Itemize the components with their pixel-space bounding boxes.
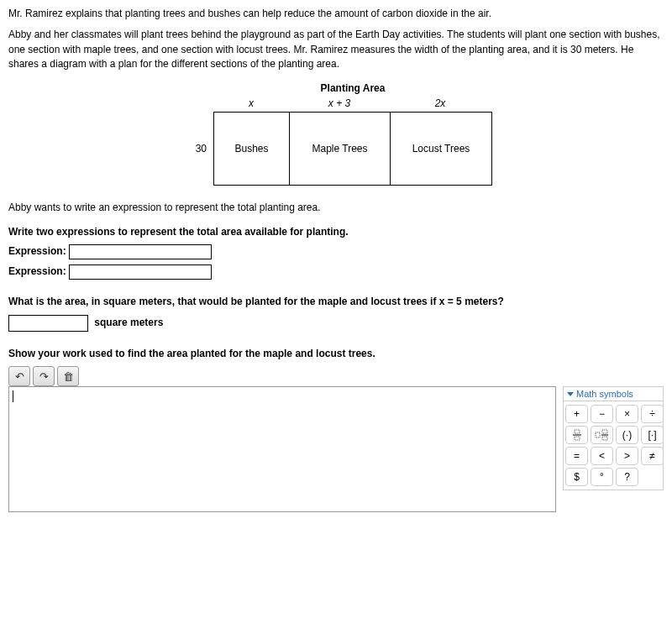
- svg-rect-3: [596, 432, 600, 437]
- sym-empty: [641, 468, 664, 486]
- sym-dollar[interactable]: $: [565, 468, 588, 486]
- q3-prompt: Show your work used to find the area pla…: [8, 347, 664, 361]
- sym-parens[interactable]: (·): [616, 426, 638, 444]
- col-label-1: x: [213, 97, 289, 112]
- undo-icon: ↶: [15, 370, 24, 383]
- svg-rect-4: [602, 430, 607, 433]
- palette-header[interactable]: Math symbols: [563, 386, 664, 401]
- sym-minus[interactable]: −: [591, 405, 613, 423]
- sym-mixed-fraction[interactable]: [591, 426, 613, 444]
- svg-rect-6: [602, 437, 607, 440]
- sym-question[interactable]: ?: [616, 468, 638, 486]
- sym-brackets[interactable]: [·]: [641, 426, 664, 444]
- sym-times[interactable]: ×: [616, 405, 638, 423]
- sym-fraction[interactable]: [565, 426, 588, 444]
- editor-toolbar: ↶ ↷ 🗑: [8, 366, 664, 386]
- sym-neq[interactable]: ≠: [641, 447, 664, 465]
- svg-rect-2: [575, 437, 580, 440]
- sym-degree[interactable]: °: [591, 468, 613, 486]
- intro-para-2: Abby and her classmates will plant trees…: [8, 28, 664, 71]
- undo-button[interactable]: ↶: [8, 366, 30, 386]
- text-cursor: [13, 390, 13, 402]
- caret-down-icon: [567, 392, 574, 396]
- sym-divide[interactable]: ÷: [641, 405, 664, 423]
- sym-less[interactable]: <: [591, 447, 613, 465]
- work-textarea[interactable]: [8, 386, 556, 512]
- cell-maple: Maple Trees: [290, 113, 391, 185]
- q2-prompt: What is the area, in square meters, that…: [8, 295, 664, 309]
- trash-button[interactable]: 🗑: [57, 366, 79, 386]
- area-input[interactable]: [8, 315, 88, 332]
- trash-icon: 🗑: [63, 370, 74, 383]
- col-label-3: 2x: [390, 97, 491, 112]
- q1-intro: Abby wants to write an expression to rep…: [8, 201, 664, 215]
- expression-input-1[interactable]: [69, 244, 212, 259]
- sym-greater[interactable]: >: [616, 447, 638, 465]
- redo-button[interactable]: ↷: [33, 366, 55, 386]
- expression-label-2: Expression:: [8, 266, 66, 278]
- q1-prompt: Write two expressions to represent the t…: [8, 225, 664, 239]
- sym-equals[interactable]: =: [565, 447, 588, 465]
- expression-label-1: Expression:: [8, 246, 66, 258]
- row-label: 30: [180, 143, 213, 154]
- col-label-2: x + 3: [289, 97, 390, 112]
- redo-icon: ↷: [39, 370, 49, 383]
- mixed-fraction-icon: [595, 429, 610, 441]
- cell-locust: Locust Trees: [391, 113, 491, 185]
- fraction-icon: [572, 429, 582, 441]
- expression-input-2[interactable]: [69, 264, 212, 280]
- math-palette: Math symbols + − × ÷ (·) [·] = < > ≠ $ °…: [563, 386, 664, 490]
- area-unit: square meters: [94, 317, 163, 328]
- diagram-title: Planting Area: [213, 82, 492, 94]
- svg-rect-0: [575, 430, 580, 433]
- intro-para-1: Mr. Ramirez explains that planting trees…: [8, 7, 664, 21]
- cell-bushes: Bushes: [214, 113, 290, 185]
- planting-diagram: Planting Area x x + 3 2x 30 Bushes Maple…: [8, 82, 664, 186]
- sym-plus[interactable]: +: [565, 405, 588, 423]
- palette-title: Math symbols: [576, 389, 633, 399]
